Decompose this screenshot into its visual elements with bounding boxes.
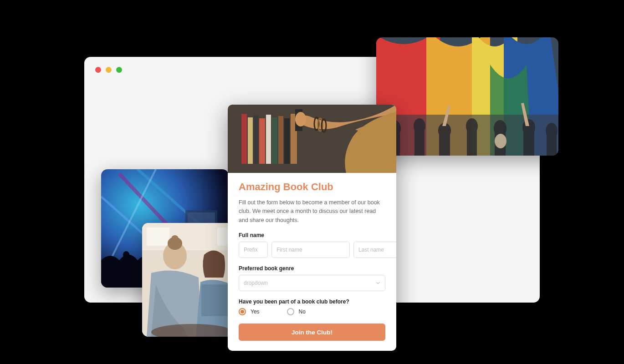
radio-no[interactable]: No <box>287 308 306 315</box>
genre-placeholder: dropdown <box>244 280 268 286</box>
form-hero-image <box>228 105 396 173</box>
full-name-label: Full name <box>239 232 385 238</box>
svg-rect-30 <box>147 228 169 246</box>
last-name-input[interactable] <box>353 242 396 258</box>
svg-rect-45 <box>278 116 283 164</box>
svg-rect-40 <box>248 117 253 164</box>
form-description: Fill out the form below to become a memb… <box>239 198 385 225</box>
first-name-input[interactable] <box>271 242 350 258</box>
window-controls <box>95 67 122 73</box>
svg-rect-36 <box>201 284 230 316</box>
prior-club-radio-group: Yes No <box>239 308 385 315</box>
svg-rect-39 <box>241 114 247 164</box>
svg-rect-18 <box>439 133 450 156</box>
svg-point-34 <box>171 235 179 243</box>
svg-point-27 <box>495 134 506 148</box>
submit-button[interactable]: Join the Club! <box>239 324 385 341</box>
svg-rect-46 <box>284 118 290 164</box>
genre-dropdown[interactable]: dropdown <box>239 275 385 291</box>
prior-club-label: Have you been part of a book club before… <box>239 298 385 305</box>
svg-rect-42 <box>259 118 265 164</box>
radio-icon <box>287 308 294 315</box>
radio-no-label: No <box>299 308 306 315</box>
svg-rect-20 <box>467 128 477 156</box>
form-body: Amazing Book Club Fill out the form belo… <box>228 173 396 351</box>
maximize-icon[interactable] <box>116 67 122 73</box>
signup-form-card: Amazing Book Club Fill out the form belo… <box>228 105 396 351</box>
prefix-input[interactable] <box>239 242 268 258</box>
genre-label: Preferred book genre <box>239 265 385 272</box>
svg-rect-26 <box>547 133 557 156</box>
svg-point-52 <box>295 112 306 126</box>
svg-rect-16 <box>414 128 425 156</box>
svg-rect-41 <box>254 116 258 164</box>
radio-yes[interactable]: Yes <box>239 308 260 315</box>
decorative-image-rainbow <box>376 37 558 156</box>
svg-rect-44 <box>272 117 277 164</box>
radio-icon <box>239 308 246 315</box>
full-name-row <box>239 242 385 258</box>
close-icon[interactable] <box>95 67 101 73</box>
form-title: Amazing Book Club <box>239 181 385 193</box>
radio-yes-label: Yes <box>251 308 260 315</box>
svg-point-5 <box>123 251 129 258</box>
svg-rect-43 <box>266 115 271 164</box>
svg-rect-24 <box>523 130 534 156</box>
minimize-icon[interactable] <box>106 67 112 73</box>
